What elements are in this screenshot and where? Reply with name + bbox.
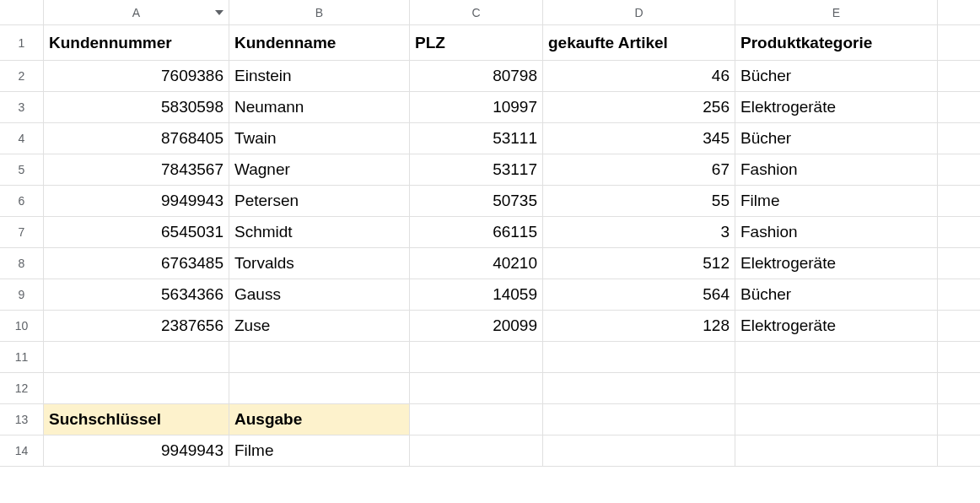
cell-extra[interactable] xyxy=(938,404,980,435)
cell-D9[interactable]: 564 xyxy=(543,279,735,311)
cell-D10[interactable]: 128 xyxy=(543,311,735,342)
cell-D4[interactable]: 345 xyxy=(543,123,735,154)
cell-E7[interactable]: Fashion xyxy=(735,217,938,248)
cell-extra[interactable] xyxy=(938,154,980,186)
row-header-14[interactable]: 14 xyxy=(0,435,44,467)
cell-D2[interactable]: 46 xyxy=(543,61,735,92)
row-header-13[interactable]: 13 xyxy=(0,404,44,435)
cell-B9[interactable]: Gauss xyxy=(229,279,410,311)
cell-E13[interactable] xyxy=(735,404,938,435)
cell-E12[interactable] xyxy=(735,373,938,404)
cell-B4[interactable]: Twain xyxy=(229,123,410,154)
cell-B2[interactable]: Einstein xyxy=(229,61,410,92)
cell-A3[interactable]: 5830598 xyxy=(44,92,229,123)
cell-A5[interactable]: 7843567 xyxy=(44,154,229,186)
cell-A14[interactable]: 9949943 xyxy=(44,435,229,467)
cell-extra[interactable] xyxy=(938,217,980,248)
cell-C3[interactable]: 10997 xyxy=(410,92,543,123)
column-header-extra[interactable] xyxy=(938,0,980,25)
cell-C10[interactable]: 20099 xyxy=(410,311,543,342)
cell-C13[interactable] xyxy=(410,404,543,435)
row-header-10[interactable]: 10 xyxy=(0,311,44,342)
cell-A8[interactable]: 6763485 xyxy=(44,248,229,279)
cell-D3[interactable]: 256 xyxy=(543,92,735,123)
row-header-12[interactable]: 12 xyxy=(0,373,44,404)
cell-E11[interactable] xyxy=(735,342,938,373)
cell-extra[interactable] xyxy=(938,186,980,217)
cell-B5[interactable]: Wagner xyxy=(229,154,410,186)
cell-D1[interactable]: gekaufte Artikel xyxy=(543,25,735,61)
cell-E4[interactable]: Bücher xyxy=(735,123,938,154)
row-header-3[interactable]: 3 xyxy=(0,92,44,123)
cell-D5[interactable]: 67 xyxy=(543,154,735,186)
cell-B7[interactable]: Schmidt xyxy=(229,217,410,248)
cell-E6[interactable]: Filme xyxy=(735,186,938,217)
cell-A10[interactable]: 2387656 xyxy=(44,311,229,342)
cell-C14[interactable] xyxy=(410,435,543,467)
cell-A7[interactable]: 6545031 xyxy=(44,217,229,248)
row-header-11[interactable]: 11 xyxy=(0,342,44,373)
cell-D13[interactable] xyxy=(543,404,735,435)
cell-A4[interactable]: 8768405 xyxy=(44,123,229,154)
cell-E14[interactable] xyxy=(735,435,938,467)
cell-extra[interactable] xyxy=(938,373,980,404)
select-all-corner[interactable] xyxy=(0,0,44,25)
cell-B10[interactable]: Zuse xyxy=(229,311,410,342)
cell-A9[interactable]: 5634366 xyxy=(44,279,229,311)
cell-E9[interactable]: Bücher xyxy=(735,279,938,311)
cell-extra[interactable] xyxy=(938,248,980,279)
cell-extra[interactable] xyxy=(938,311,980,342)
cell-C7[interactable]: 66115 xyxy=(410,217,543,248)
cell-B11[interactable] xyxy=(229,342,410,373)
column-header-B[interactable]: B xyxy=(229,0,410,25)
cell-A6[interactable]: 9949943 xyxy=(44,186,229,217)
cell-extra[interactable] xyxy=(938,123,980,154)
cell-extra[interactable] xyxy=(938,342,980,373)
cell-A1[interactable]: Kundennummer xyxy=(44,25,229,61)
row-header-1[interactable]: 1 xyxy=(0,25,44,61)
cell-C4[interactable]: 53111 xyxy=(410,123,543,154)
cell-B8[interactable]: Torvalds xyxy=(229,248,410,279)
cell-B12[interactable] xyxy=(229,373,410,404)
cell-E10[interactable]: Elektrogeräte xyxy=(735,311,938,342)
cell-A12[interactable] xyxy=(44,373,229,404)
row-header-6[interactable]: 6 xyxy=(0,186,44,217)
row-header-7[interactable]: 7 xyxy=(0,217,44,248)
cell-D6[interactable]: 55 xyxy=(543,186,735,217)
row-header-4[interactable]: 4 xyxy=(0,123,44,154)
cell-D11[interactable] xyxy=(543,342,735,373)
cell-B1[interactable]: Kundenname xyxy=(229,25,410,61)
cell-D12[interactable] xyxy=(543,373,735,404)
cell-E2[interactable]: Bücher xyxy=(735,61,938,92)
cell-D7[interactable]: 3 xyxy=(543,217,735,248)
column-header-C[interactable]: C xyxy=(410,0,543,25)
cell-A2[interactable]: 7609386 xyxy=(44,61,229,92)
cell-E8[interactable]: Elektrogeräte xyxy=(735,248,938,279)
cell-B14[interactable]: Filme xyxy=(229,435,410,467)
cell-extra[interactable] xyxy=(938,92,980,123)
cell-extra[interactable] xyxy=(938,279,980,311)
filter-dropdown-icon[interactable] xyxy=(215,10,223,15)
cell-extra[interactable] xyxy=(938,25,980,61)
row-header-2[interactable]: 2 xyxy=(0,61,44,92)
cell-B3[interactable]: Neumann xyxy=(229,92,410,123)
cell-C1[interactable]: PLZ xyxy=(410,25,543,61)
cell-extra[interactable] xyxy=(938,435,980,467)
cell-B6[interactable]: Petersen xyxy=(229,186,410,217)
cell-C6[interactable]: 50735 xyxy=(410,186,543,217)
cell-C9[interactable]: 14059 xyxy=(410,279,543,311)
row-header-5[interactable]: 5 xyxy=(0,154,44,186)
cell-C2[interactable]: 80798 xyxy=(410,61,543,92)
cell-B13[interactable]: Ausgabe xyxy=(229,404,410,435)
row-header-8[interactable]: 8 xyxy=(0,248,44,279)
cell-A13[interactable]: Suchschlüssel xyxy=(44,404,229,435)
cell-C12[interactable] xyxy=(410,373,543,404)
cell-C11[interactable] xyxy=(410,342,543,373)
column-header-E[interactable]: E xyxy=(735,0,938,25)
cell-D8[interactable]: 512 xyxy=(543,248,735,279)
cell-extra[interactable] xyxy=(938,61,980,92)
cell-E3[interactable]: Elektrogeräte xyxy=(735,92,938,123)
cell-C5[interactable]: 53117 xyxy=(410,154,543,186)
cell-D14[interactable] xyxy=(543,435,735,467)
cell-E1[interactable]: Produktkategorie xyxy=(735,25,938,61)
